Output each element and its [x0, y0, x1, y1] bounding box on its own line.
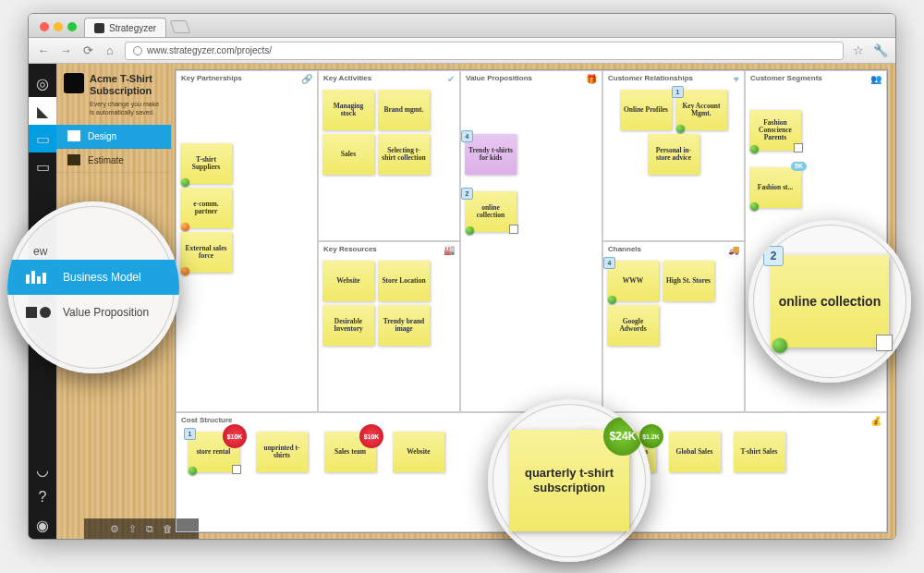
sticky-note[interactable]: Brand mgmt. [378, 90, 430, 130]
zoom-lens-nav: ew Business Model Value Proposition [7, 201, 179, 373]
sticky-note[interactable]: Website [322, 261, 374, 301]
link-icon: 🔗 [301, 74, 312, 84]
sticky-note[interactable]: Desirable Inventory [322, 305, 374, 346]
sticky-note[interactable]: quarterly t-shirt subscription $24K [509, 430, 629, 531]
attachment-icon [794, 143, 803, 152]
note-tool-icon[interactable]: ◣ [29, 97, 56, 125]
sticky-note[interactable]: Sales [322, 134, 374, 175]
logo-icon[interactable]: ◎ [29, 69, 56, 97]
cell-title: Key Resources [323, 245, 377, 253]
sticky-note[interactable]: Fashion Conscience Parents [749, 110, 801, 151]
sticky-note[interactable]: online collection 2 [771, 255, 889, 347]
gift-icon: 🎁 [586, 74, 597, 84]
address-bar: ← → ⟳ ⌂ www.strategyzer.com/projects/ ☆ … [29, 38, 895, 64]
count-badge: 2 [461, 188, 473, 200]
project-header: Acme T-Shirt Subscription [56, 73, 171, 96]
cell-key-activities[interactable]: Key Activities ✔ Managing stockBrand mgm… [318, 70, 460, 241]
count-badge: 4 [461, 130, 473, 142]
cell-value-propositions[interactable]: Value Propositions 🎁 Trendy t-shirts for… [460, 70, 602, 412]
status-dot-icon [608, 296, 616, 304]
gear-icon[interactable]: ⚙ [110, 523, 119, 535]
sticky-note[interactable]: store rental1$10K [188, 432, 239, 472]
sticky-note[interactable]: External sales force [180, 232, 232, 273]
sticky-note[interactable]: Selecting t-shirt collection [378, 134, 430, 175]
sticky-note[interactable]: Website [393, 432, 444, 472]
status-dot-icon [750, 202, 759, 211]
bookmark-button[interactable]: ☆ [851, 43, 866, 58]
minimize-icon[interactable] [54, 22, 63, 31]
cell-key-resources[interactable]: Key Resources 🏭 WebsiteStore LocationDes… [318, 241, 460, 412]
canvas-tool-icon[interactable]: ▭ [29, 125, 56, 152]
tab-title: Strategyzer [109, 23, 156, 33]
cell-title: Key Activities [323, 74, 371, 82]
sticky-note[interactable]: Managing stock [322, 90, 374, 130]
attachment-icon [232, 465, 241, 474]
sticky-note[interactable]: WWW4 [607, 261, 659, 301]
nav-value-proposition[interactable]: Value Proposition [7, 295, 179, 330]
cell-title: Value Propositions [466, 74, 532, 82]
sticky-note[interactable]: Online Profiles [620, 90, 672, 130]
reload-button[interactable]: ⟳ [80, 43, 95, 58]
price-badge: $10K [359, 424, 383, 448]
new-tab-button[interactable] [170, 20, 191, 33]
shield-icon[interactable]: ◡ [29, 456, 56, 483]
url-field[interactable]: www.strategyzer.com/projects/ [125, 42, 844, 60]
zoom-lens-subscription-note: quarterly t-shirt subscription $24K [488, 399, 650, 562]
sidebar-item-label: Estimate [88, 155, 124, 165]
note-text: quarterly t-shirt subscription [517, 466, 622, 494]
briefcase-icon[interactable]: ▭ [29, 152, 56, 180]
favicon-icon [94, 23, 104, 33]
cell-title: Customer Segments [750, 74, 822, 82]
sidebar-item-design[interactable]: Design [56, 125, 171, 149]
count-badge: 2 [763, 246, 784, 266]
sticky-note[interactable]: unprinted t-shirts [256, 432, 308, 472]
sidebar-item-estimate[interactable]: Estimate [56, 149, 171, 173]
check-icon: ✔ [447, 74, 455, 84]
back-button[interactable]: ← [36, 43, 51, 58]
zoom-lens-collection-note: online collection 2 [748, 220, 911, 383]
project-title: Acme T-Shirt Subscription [90, 73, 164, 96]
cell-customer-relationships[interactable]: Customer Relationships ♥ Online Profiles… [602, 70, 745, 241]
sticky-note[interactable]: Personal in-store advice [648, 134, 699, 175]
sticky-note[interactable]: T-shirt Suppliers [180, 143, 232, 184]
status-dot-icon [181, 178, 189, 187]
status-dot-icon [466, 226, 474, 235]
copy-icon[interactable]: ⧉ [146, 523, 153, 535]
people-icon: 👥 [870, 74, 881, 84]
factory-icon: 🏭 [444, 245, 455, 255]
browser-tab[interactable]: Strategyzer [84, 18, 166, 37]
sticky-note[interactable]: e-comm. partner [180, 188, 232, 228]
truck-icon: 🚚 [728, 245, 739, 255]
zoom-icon[interactable] [67, 22, 77, 31]
sticky-note[interactable]: High St. Stores [663, 261, 714, 301]
sticky-note[interactable]: online collection2 [465, 191, 517, 232]
share-icon[interactable]: ⇪ [128, 523, 137, 535]
sticky-note[interactable]: Trendy t-shirts for kids4 [465, 134, 517, 175]
sticky-note[interactable]: T-shirt Sales [734, 432, 785, 472]
nav-business-model[interactable]: Business Model [7, 260, 179, 295]
heart-icon: ♥ [734, 74, 739, 84]
sticky-note[interactable]: Store Location [378, 261, 430, 301]
help-icon[interactable]: ? [29, 483, 56, 511]
shapes-icon [26, 305, 52, 320]
sticky-note[interactable]: Google Adwords [607, 305, 659, 346]
user-icon[interactable]: ◉ [29, 511, 56, 539]
globe-icon [133, 46, 142, 55]
cell-key-partnerships[interactable]: Key Partnerships 🔗 T-shirt Supplierse-co… [176, 70, 318, 412]
bars-icon [26, 270, 52, 285]
count-badge: 4 [603, 257, 615, 269]
count-bubble: 5K [791, 162, 807, 171]
sticky-note[interactable]: Global Sales [669, 432, 721, 472]
trash-icon[interactable]: 🗑 [163, 523, 173, 534]
sticky-note[interactable]: Sales team$10K [324, 432, 376, 472]
status-dot-icon [772, 338, 787, 353]
close-icon[interactable] [40, 22, 49, 31]
home-button[interactable]: ⌂ [103, 43, 117, 58]
sticky-note[interactable]: Key Account Mgmt.1 [675, 90, 727, 130]
cell-channels[interactable]: Channels 🚚 WWW4High St. StoresGoogle Adw… [602, 241, 745, 412]
sticky-note[interactable]: Fashion st...5K [749, 167, 801, 208]
forward-button[interactable]: → [58, 43, 73, 58]
project-logo-icon [64, 73, 84, 93]
sticky-note[interactable]: Trendy brand image [378, 305, 430, 346]
settings-button[interactable]: 🔧 [873, 43, 888, 58]
